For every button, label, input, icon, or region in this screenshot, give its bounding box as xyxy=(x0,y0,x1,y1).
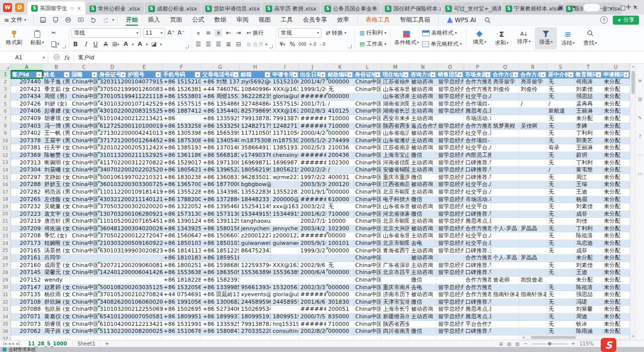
cell[interactable]: 留学总经办 xyxy=(437,247,464,255)
cell[interactable]: 799138782 xyxy=(239,321,271,328)
row-header[interactable]: 20 xyxy=(0,211,11,218)
cell[interactable]: 无 xyxy=(547,240,575,247)
cell[interactable]: China中国 xyxy=(354,152,381,159)
cell[interactable]: China中国 xyxy=(354,225,381,233)
cell[interactable]: 电子科技大 xyxy=(381,196,410,204)
cell[interactable]: 2001/9/18 xyxy=(299,189,327,196)
cell[interactable]: / xyxy=(327,101,354,108)
horizontal-scroll-thumb[interactable] xyxy=(531,336,576,339)
borders-button[interactable]: ⊞▾ xyxy=(112,41,120,48)
table-header-cell[interactable]: 客户id▾ xyxy=(11,71,43,78)
sheet-prev-icon[interactable]: ◂ xyxy=(9,341,11,346)
vertical-scrollbar[interactable]: ▴ ▾ xyxy=(630,64,635,340)
cell[interactable]: 个人-罗晶 xyxy=(492,225,519,233)
cell[interactable]: 被动咨询 xyxy=(410,291,437,299)
cell[interactable]: 被动咨询 xyxy=(410,225,437,233)
cell[interactable]: +86 13901242 xyxy=(162,218,201,225)
column-header-M[interactable]: M xyxy=(381,64,410,71)
cell[interactable]: +86 1396522100 xyxy=(201,166,239,174)
filter-dropdown-icon[interactable]: ▾ xyxy=(155,72,161,77)
strikethrough-button[interactable]: A xyxy=(102,41,110,48)
cell[interactable]: 未分配 xyxy=(602,225,630,233)
cell[interactable]: 无 xyxy=(547,152,575,159)
cell[interactable]: 无 xyxy=(547,137,575,145)
cell[interactable]: z20001227 xyxy=(271,232,299,240)
cell[interactable]: +86 1863505000 xyxy=(201,269,239,277)
cell[interactable]: 留学总经办 xyxy=(437,313,464,321)
cell[interactable]: 124827175 xyxy=(271,123,299,130)
cell[interactable]: 207062 xyxy=(11,328,43,335)
menu-tab-数据[interactable]: 数据 xyxy=(209,15,231,26)
cell[interactable]: 季忆 (女) xyxy=(43,232,70,240)
cell[interactable]: 留学总经办 xyxy=(437,196,464,204)
cell[interactable]: 亮哥留学 xyxy=(492,78,519,86)
cell[interactable]: 000000 xyxy=(327,269,354,277)
cell[interactable] xyxy=(519,306,547,313)
cell[interactable]: XXX@163. xyxy=(271,86,299,94)
cell[interactable]: ######## xyxy=(299,306,327,313)
filter-dropdown-icon[interactable]: ▾ xyxy=(485,72,491,77)
cell[interactable]: 864752343 xyxy=(239,247,271,255)
tab-smart-toolbox[interactable]: 智能工具箱 xyxy=(395,15,435,26)
cell[interactable]: 244589596 xyxy=(271,299,299,306)
cell[interactable]: 130703200106280921 xyxy=(98,211,127,218)
filter-dropdown-icon[interactable]: ▾ xyxy=(292,72,298,77)
cell[interactable]: 799138782 xyxy=(271,115,299,123)
column-header-B[interactable]: B xyxy=(43,64,70,71)
cell[interactable]: 内部员工推 xyxy=(464,152,492,159)
cell[interactable]: China中国 xyxy=(70,108,98,115)
row-header[interactable]: 3 xyxy=(0,86,11,94)
cell[interactable]: xxx@163.c xyxy=(271,203,299,211)
cell[interactable]: 无 xyxy=(547,313,575,321)
cell[interactable]: 155363896 xyxy=(239,269,271,277)
cell[interactable]: +86 1859518772 xyxy=(201,254,239,262)
cell[interactable]: China中国 xyxy=(70,240,98,247)
cell[interactable]: 被动咨询 xyxy=(410,86,437,94)
cell[interactable]: 210303200509160922 xyxy=(98,240,127,247)
column-header-L[interactable]: L xyxy=(354,64,381,71)
column-header-D[interactable]: D xyxy=(98,64,127,71)
cell[interactable]: 口碑推荐.学 xyxy=(464,269,492,277)
cell[interactable]: 未分配 xyxy=(602,123,630,130)
wps-logo-icon[interactable]: W xyxy=(3,3,12,12)
cell[interactable]: 留学总经办 xyxy=(437,211,464,218)
cell[interactable]: +86 1391129694 xyxy=(201,218,239,225)
cell[interactable]: 合作项目- xyxy=(464,101,492,108)
underline-button[interactable]: U xyxy=(92,41,100,48)
cell[interactable]: +86 18182281 xyxy=(162,277,201,284)
tab-table-tools[interactable]: 表格工具 xyxy=(361,15,395,26)
undo-icon[interactable] xyxy=(90,17,97,23)
cell[interactable]: 曾老师 xyxy=(492,277,519,284)
cell[interactable]: 000000 xyxy=(327,130,354,137)
zoom-slider[interactable] xyxy=(532,343,567,344)
cell[interactable] xyxy=(519,189,547,196)
cell[interactable] xyxy=(271,306,299,313)
cell[interactable]: China中国 xyxy=(70,174,98,182)
cell[interactable]: 2001/7/14 xyxy=(299,101,327,108)
cell[interactable]: 孟冉冉 xyxy=(575,101,602,108)
cell[interactable]: China中国 xyxy=(354,166,381,174)
cell[interactable]: 207071 xyxy=(11,313,43,321)
cell[interactable]: 微信 xyxy=(410,277,437,284)
cell[interactable]: 社交平台 xyxy=(464,203,492,211)
cell[interactable]: 王丽淋 xyxy=(575,144,602,152)
cell[interactable]: 刘俊伶 xyxy=(492,86,519,94)
cell[interactable]: 新航道 xyxy=(547,108,575,115)
cell[interactable] xyxy=(299,254,327,262)
cell[interactable] xyxy=(519,262,547,270)
sheet-tab-11_28_5_1000[interactable]: 11_28_5_1000 xyxy=(23,340,72,347)
number-launcher-icon[interactable] xyxy=(348,45,352,48)
cell[interactable]: gloria@uk xyxy=(271,291,299,299)
panel-edit-icon[interactable]: ✎ xyxy=(638,115,642,121)
zoom-in-button[interactable]: + xyxy=(571,341,575,346)
cell[interactable]: 108409964 xyxy=(239,86,271,94)
cell[interactable]: 被动咨询 xyxy=(410,130,437,137)
filter-dropdown-icon[interactable]: ▾ xyxy=(36,72,42,77)
row-header[interactable]: 6 xyxy=(0,108,11,115)
menu-tab-审阅[interactable]: 审阅 xyxy=(231,15,254,26)
filter-dropdown-icon[interactable]: ▾ xyxy=(596,72,601,77)
cell[interactable] xyxy=(381,277,410,284)
cell[interactable] xyxy=(201,335,239,340)
cell[interactable]: 207147 xyxy=(11,284,43,292)
cell[interactable] xyxy=(127,335,162,340)
